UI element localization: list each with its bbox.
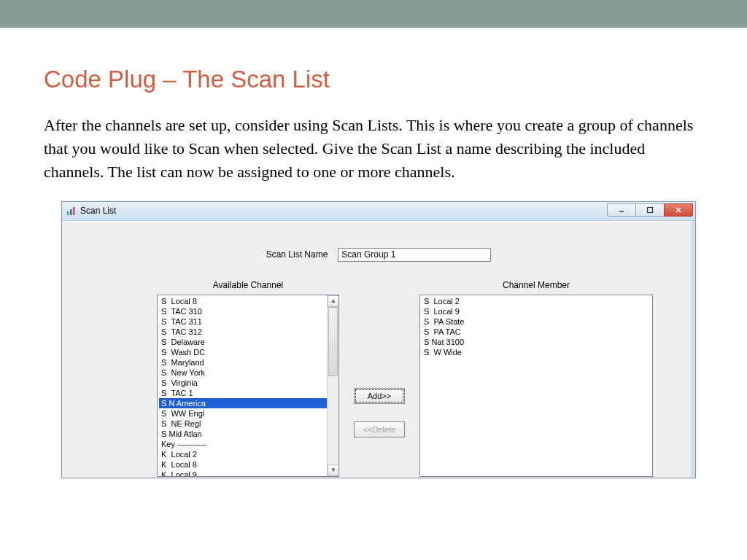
screenshot: Scan List Scan List Name <box>61 201 703 478</box>
add-button[interactable]: Add>> <box>354 388 405 404</box>
svg-rect-0 <box>67 211 69 215</box>
list-item[interactable]: S Local 9 <box>422 306 652 316</box>
slide-body: After the channels are set up, consider … <box>44 114 703 184</box>
list-item[interactable]: S W Wide <box>422 347 652 357</box>
list-item[interactable]: S Delaware <box>159 337 338 347</box>
available-channel-label: Available Channel <box>157 280 339 290</box>
list-item[interactable]: S TAC 1 <box>159 388 338 398</box>
window-right-edge <box>691 221 695 478</box>
list-item[interactable]: S New York <box>159 368 338 378</box>
svg-rect-4 <box>648 207 653 212</box>
channel-member-label: Channel Member <box>445 280 627 290</box>
delete-button[interactable]: <<Delete <box>354 421 405 438</box>
scan-list-name-label: Scan List Name <box>266 249 328 260</box>
list-item[interactable]: K Local 2 <box>159 449 338 459</box>
slide-title: Code Plug – The Scan List <box>44 66 703 93</box>
window-title: Scan List <box>80 206 116 216</box>
list-item[interactable]: K Local 9 <box>159 470 338 477</box>
scroll-down-icon[interactable]: ▼ <box>328 464 339 476</box>
list-item[interactable]: S Mid Atlan <box>159 429 338 439</box>
scan-list-window: Scan List Scan List Name <box>61 201 696 478</box>
window-client-area: Scan List Name Available Channel Channel… <box>62 221 695 478</box>
svg-rect-1 <box>70 209 72 215</box>
scroll-up-icon[interactable]: ▲ <box>328 295 339 307</box>
list-item[interactable]: S Maryland <box>159 357 338 368</box>
svg-rect-2 <box>73 207 75 215</box>
scan-list-name-input[interactable] <box>338 248 491 262</box>
channel-member-listbox[interactable]: S Local 2S Local 9S PA StateS PA TACS Na… <box>419 295 653 477</box>
transfer-buttons: Add>> <<Delete <box>354 388 405 438</box>
list-item[interactable]: S WW Engl <box>159 408 338 419</box>
window-control-buttons <box>608 203 693 217</box>
slide-content: Code Plug – The Scan List After the chan… <box>0 28 747 478</box>
close-button[interactable] <box>664 203 693 217</box>
scan-list-name-row: Scan List Name <box>62 248 695 262</box>
list-item[interactable]: S Nat 3100 <box>422 337 652 347</box>
list-item[interactable]: S Virginia <box>159 378 338 388</box>
minimize-button[interactable] <box>607 203 636 217</box>
list-item[interactable]: K Local 8 <box>159 459 338 470</box>
available-channel-listbox[interactable]: S Local 8S TAC 310S TAC 311S TAC 312S De… <box>157 295 339 477</box>
list-item[interactable]: S N America <box>159 398 338 408</box>
list-item[interactable]: S PA State <box>422 316 652 327</box>
scroll-thumb[interactable] <box>328 307 338 376</box>
list-item[interactable]: S TAC 312 <box>159 327 338 337</box>
list-item[interactable]: S NE Regl <box>159 419 338 429</box>
list-item[interactable]: S Local 2 <box>422 296 652 306</box>
titlebar[interactable]: Scan List <box>62 202 695 221</box>
list-item[interactable]: S PA TAC <box>422 327 652 337</box>
slide-top-bar <box>0 0 747 28</box>
list-item[interactable]: S Local 8 <box>159 296 338 306</box>
list-item[interactable]: S TAC 311 <box>159 316 338 327</box>
available-scrollbar[interactable]: ▲ ▼ <box>327 295 338 476</box>
list-item[interactable]: S Wash DC <box>159 347 338 357</box>
app-icon <box>66 206 77 216</box>
list-item[interactable]: S TAC 310 <box>159 306 338 316</box>
maximize-button[interactable] <box>635 203 665 217</box>
list-item[interactable]: Key ----------- <box>159 439 338 449</box>
